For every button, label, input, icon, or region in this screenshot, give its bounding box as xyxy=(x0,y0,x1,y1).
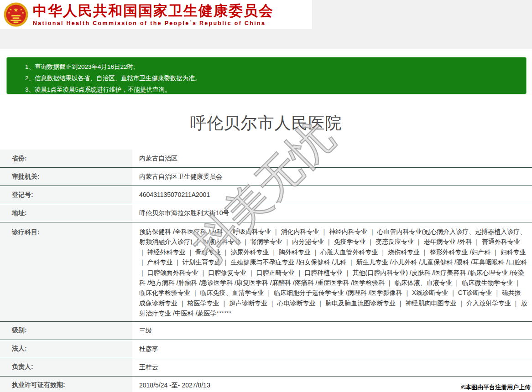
row-label: 诊疗科目: xyxy=(0,222,132,321)
site-header: ★ ★ ★ ★ ★ 中华人民共和国国家卫生健康委员会 National Heal… xyxy=(0,0,312,29)
notice-line-2: 2、信息数据结果以各省、自治区、直辖市卫生健康委数据为准。 xyxy=(25,72,517,84)
notice-box: 1、查询数据截止到2023年4月16日22时; 2、信息数据结果以各省、自治区、… xyxy=(6,57,527,94)
header-titles: 中华人民共和国国家卫生健康委员会 National Health Commiss… xyxy=(33,3,274,26)
svg-text:★: ★ xyxy=(9,8,12,11)
row-value: 内蒙古自治区卫生健康委员会 xyxy=(132,168,532,186)
row-value: 460431135070211A2001 xyxy=(132,186,532,204)
row-label: 法人: xyxy=(0,340,132,358)
row-label: 审批机关: xyxy=(0,168,132,186)
row-label: 级别: xyxy=(0,322,132,340)
table-row-license-validity: 执业许可证有效期: 2018/5/24 -至- 2027/8/13 xyxy=(0,377,532,392)
row-value: 杜彦李 xyxy=(132,340,532,358)
table-row-level: 级别: 三级 xyxy=(0,322,532,340)
row-value: 内蒙古自治区 xyxy=(132,150,532,167)
table-row-person-in-charge: 负责人: 王桂云 xyxy=(0,358,532,377)
row-value: 呼伦贝尔市海拉尔胜利大街10号 xyxy=(132,204,532,222)
upload-attribution-watermark: ©本图由平台注册用户上传 xyxy=(461,383,531,392)
svg-text:★: ★ xyxy=(8,11,10,14)
hospital-info-table: 省份: 内蒙古自治区 审批机关: 内蒙古自治区卫生健康委员会 登记号: 4604… xyxy=(0,150,532,392)
site-title-chinese: 中华人民共和国国家卫生健康委员会 xyxy=(33,3,274,19)
table-row-approval-authority: 审批机关: 内蒙古自治区卫生健康委员会 xyxy=(0,168,532,186)
notice-line-1: 1、查询数据截止到2023年4月16日22时; xyxy=(25,61,517,72)
table-row-registration-number: 登记号: 460431135070211A2001 xyxy=(0,186,532,204)
svg-text:★: ★ xyxy=(20,8,23,11)
site-title-english: National Health Commission of the People… xyxy=(33,20,274,26)
row-value: 预防保健科 /全科医疗科 /内科 ｜ 呼吸内科专业 ｜ 消化内科专业 ｜ 神经内… xyxy=(132,222,532,321)
national-emblem-icon: ★ ★ ★ ★ ★ xyxy=(4,2,28,27)
page-title: 呼伦贝尔市人民医院 xyxy=(0,112,532,134)
top-band: ★ ★ ★ ★ ★ 中华人民共和国国家卫生健康委员会 National Heal… xyxy=(0,0,532,49)
row-label: 负责人: xyxy=(0,358,132,376)
row-label: 地址: xyxy=(0,204,132,222)
row-label: 执业许可证有效期: xyxy=(0,377,132,392)
table-row-clinical-departments: 诊疗科目: 预防保健科 /全科医疗科 /内科 ｜ 呼吸内科专业 ｜ 消化内科专业… xyxy=(0,222,532,322)
row-value: 三级 xyxy=(132,322,532,340)
table-row-legal-person: 法人: 杜彦李 xyxy=(0,340,532,358)
svg-text:★: ★ xyxy=(13,7,18,13)
svg-text:★: ★ xyxy=(21,11,24,14)
notice-line-3: 3、凌晨1点至凌晨5点系统进行维护，不能提供查询。 xyxy=(25,84,517,95)
table-row-address: 地址: 呼伦贝尔市海拉尔胜利大街10号 xyxy=(0,204,532,222)
row-label: 省份: xyxy=(0,150,132,167)
row-label: 登记号: xyxy=(0,186,132,204)
table-row-province: 省份: 内蒙古自治区 xyxy=(0,150,532,168)
row-value: 王桂云 xyxy=(132,358,532,376)
